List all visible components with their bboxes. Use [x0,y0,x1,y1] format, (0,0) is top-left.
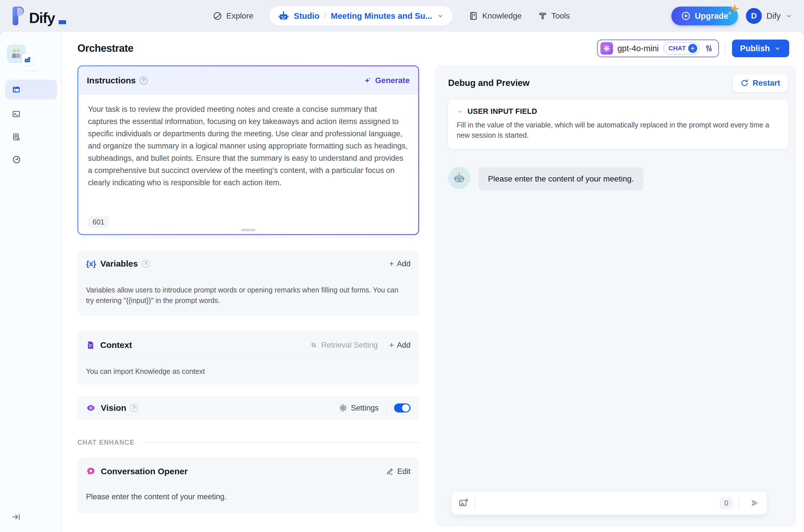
model-selector[interactable]: ❋ gpt-4o-mini CHAT [597,40,719,57]
variables-header: {x} Variables ? + Add [77,250,419,278]
toggle-knob [402,404,409,412]
generate-label: Generate [375,76,410,85]
instructions-textarea[interactable]: Your task is to review the provided meet… [78,95,418,210]
publish-button[interactable]: Publish [732,40,789,57]
generate-icon [363,76,372,85]
vision-toggle[interactable] [394,403,410,413]
retrieval-setting-button[interactable]: Retrieval Setting [310,341,378,350]
instructions-card: Instructions ? Generate [78,66,418,234]
breadcrumb-separator: / [324,12,326,20]
chat-message-input[interactable] [480,498,720,508]
dify-logo-mark [12,6,25,25]
vision-settings-button[interactable]: Settings [339,404,379,413]
sidebar-item-monitoring[interactable] [5,151,57,168]
refresh-icon [740,79,749,87]
eye-icon [86,403,96,413]
model-mode-badge: CHAT [663,42,699,55]
nav-tools[interactable]: Tools [537,11,570,21]
app-icon[interactable] [7,44,25,63]
publish-label: Publish [740,44,770,53]
dify-logo[interactable]: Dify [12,6,105,25]
top-right-actions: Upgrade D Dify [671,6,792,25]
instructions-card-border: Instructions ? Generate [77,65,419,235]
context-description: You can import Knowledge as context [77,359,419,385]
divider [738,498,739,508]
mode-badge-label: CHAT [669,45,686,52]
question-icon[interactable]: ? [142,260,150,268]
orchestrate-icon [12,86,20,94]
sparkles-icon [726,2,742,18]
resize-handle[interactable] [241,229,255,231]
account-menu[interactable]: D Dify [746,8,792,24]
app-badge [22,54,33,65]
breadcrumb-app-name[interactable]: Meeting Minutes and Su... [331,12,432,21]
upgrade-button[interactable]: Upgrade [671,6,738,25]
tune-icon[interactable] [704,43,714,53]
restart-label: Restart [753,78,780,88]
add-variable-button[interactable]: + Add [389,259,410,269]
tools-icon [537,11,547,21]
nav-explore-label: Explore [226,12,253,20]
tune-icon [310,341,318,349]
user-input-field-card: USER INPUT FIELD Fill in the value of th… [448,99,789,149]
heart-bubble-icon [86,467,96,476]
logs-doc-icon [12,133,20,141]
context-section: Context Retrieval Setting [77,331,419,385]
image-add-icon[interactable] [458,498,469,508]
divider [725,43,726,54]
chat-scroll-area[interactable] [448,190,790,491]
page-title: Orchestrate [77,42,133,54]
debug-title: Debug and Preview [448,78,530,88]
add-context-button[interactable]: + Add [389,340,410,350]
variables-title: Variables [100,259,138,269]
logo-underscore [59,20,66,24]
question-icon[interactable]: ? [140,77,148,84]
context-title: Context [100,340,132,350]
upgrade-label: Upgrade [695,12,728,21]
conversation-opener-section: Conversation Opener Edit Please enter th… [77,458,419,513]
app-sidebar [0,32,62,532]
orchestrate-config-column: Instructions ? Generate [77,65,419,532]
sidebar-item-annotations[interactable] [5,129,57,145]
knowledge-icon [469,11,478,21]
avatar[interactable]: D [746,8,762,24]
openai-icon: ❋ [600,42,613,55]
context-header: Context Retrieval Setting [77,331,419,359]
primary-nav: Explore Studio / Meeting Minutes and Su.… [213,0,570,32]
sidebar-item-logs[interactable] [5,106,57,122]
char-count: 0 [720,497,733,509]
nav-tools-label: Tools [551,12,570,20]
nav-knowledge[interactable]: Knowledge [469,11,522,21]
chat-enhance-divider: CHAT ENHANCE [77,439,419,446]
edit-opener-button[interactable]: Edit [386,467,410,476]
generate-button[interactable]: Generate [363,76,410,85]
chevron-down-icon[interactable] [437,12,444,20]
breadcrumb-studio[interactable]: Studio [294,12,319,21]
nav-explore[interactable]: Explore [213,11,253,21]
instructions-footer: 601 [78,210,418,234]
expand-sidebar-button[interactable] [12,512,21,522]
send-icon [750,498,760,508]
question-icon[interactable]: ? [130,404,138,412]
sidebar-item-orchestrate[interactable] [5,80,57,99]
app-badge-robot-icon [23,56,31,64]
user-input-field-toggle[interactable]: USER INPUT FIELD [457,107,780,116]
bot-message-bubble: Please enter the content of your meeting… [478,168,643,190]
vision-section: Vision ? Settings [77,396,419,420]
two-people-icon [10,48,22,60]
studio-breadcrumb-pill[interactable]: Studio / Meeting Minutes and Su... [269,6,453,25]
variables-section: {x} Variables ? + Add Variables allow us… [77,250,419,316]
conversation-opener-message: Please enter the content of your meeting… [77,485,419,513]
chat-message-row: Please enter the content of your meeting… [448,167,790,190]
add-context-label: Add [397,341,410,350]
explore-icon [213,11,222,21]
restart-button[interactable]: Restart [733,74,787,92]
user-input-field-title: USER INPUT FIELD [468,107,537,116]
chat-enhance-label: CHAT ENHANCE [77,439,134,446]
logo-text: Dify [29,11,55,25]
logs-terminal-icon [12,110,20,118]
send-button[interactable] [750,498,760,508]
content-topbar: Orchestrate ❋ gpt-4o-mini CHAT [62,32,804,65]
divider-line [142,442,419,443]
conversation-opener-title: Conversation Opener [101,467,188,476]
